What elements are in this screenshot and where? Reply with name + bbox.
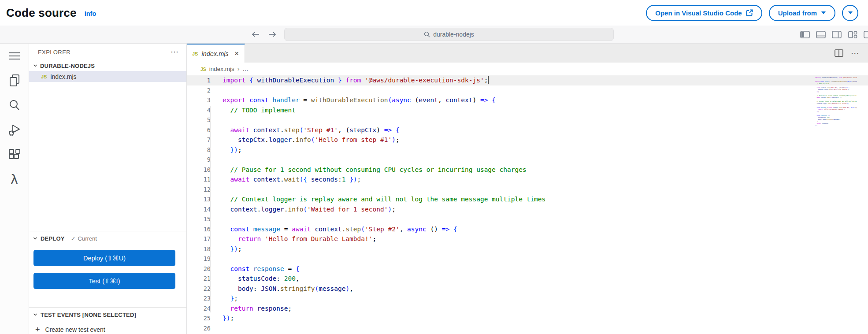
test-events-section: TEST EVENTS [NONE SELECTED] + Create new…: [29, 307, 186, 334]
line-number: 4: [187, 105, 211, 115]
code-line[interactable]: 23 };: [187, 293, 868, 304]
code-line[interactable]: 17 return 'Hello from Durable Lambda!';: [187, 234, 868, 244]
line-number: 24: [187, 304, 211, 314]
line-number: 14: [187, 204, 211, 215]
indent-guide: [224, 274, 224, 293]
line-number: 8: [187, 145, 211, 155]
explorer-title: EXPLORER: [38, 49, 70, 56]
code-line[interactable]: 20 const response = {: [187, 264, 868, 274]
deploy-title: DEPLOY: [41, 235, 65, 242]
tab-index-mjs[interactable]: JS index.mjs ✕: [187, 44, 245, 63]
code-line[interactable]: 6 await context.step('Step #1', (stepCtx…: [187, 125, 868, 135]
line-number: 19: [187, 254, 211, 264]
menu-icon[interactable]: [0, 44, 29, 68]
line-number: 15: [187, 214, 211, 224]
toggle-primary-sidebar-icon[interactable]: [800, 31, 810, 38]
go-forward-icon[interactable]: [268, 31, 277, 38]
js-file-icon: JS: [192, 51, 198, 56]
line-number: 7: [187, 135, 211, 145]
code-line[interactable]: 3export const handler = withDurableExecu…: [187, 95, 868, 105]
code-line[interactable]: 26: [187, 323, 868, 334]
tab-bar: JS index.mjs ✕ ⋯: [187, 44, 868, 63]
toggle-panel-icon[interactable]: [816, 31, 826, 38]
folder-row-durable-nodejs[interactable]: DURABLE-NODEJS: [29, 60, 186, 71]
extensions-icon[interactable]: [0, 142, 29, 167]
editor-more-actions-icon[interactable]: ⋯: [851, 49, 859, 57]
chevron-down-icon: [33, 236, 38, 241]
upload-from-label: Upload from: [778, 9, 817, 17]
explorer-icon[interactable]: [0, 68, 29, 93]
code-line[interactable]: 2: [187, 85, 868, 96]
indent-guide: [224, 234, 224, 244]
line-number: 26: [187, 323, 211, 334]
breadcrumb-file[interactable]: index.mjs: [209, 66, 234, 72]
screen-mode-icon[interactable]: [864, 31, 868, 38]
caret-down-icon: [848, 11, 853, 15]
test-button[interactable]: Test (⇧⌘I): [33, 273, 175, 289]
toggle-secondary-sidebar-icon[interactable]: [832, 31, 842, 38]
code-line[interactable]: 16 const message = await context.step('S…: [187, 224, 868, 234]
create-test-event-label: Create new test event: [45, 326, 105, 333]
line-number: 25: [187, 313, 211, 323]
code-line[interactable]: 24 return response;: [187, 304, 868, 314]
code-line[interactable]: 13 // Context logger is replay aware and…: [187, 194, 868, 204]
line-number: 3: [187, 95, 211, 105]
js-file-icon: JS: [200, 67, 206, 72]
breadcrumb-separator: ›: [237, 66, 239, 72]
explorer-more-icon[interactable]: ⋯: [171, 48, 178, 56]
code-line[interactable]: 14 context.logger.info('Waited for 1 sec…: [187, 204, 868, 215]
command-center-search[interactable]: durable-nodejs: [284, 28, 614, 41]
code-line[interactable]: 21 statusCode: 200,: [187, 274, 868, 284]
aws-lambda-icon[interactable]: λ: [0, 167, 29, 192]
run-debug-icon[interactable]: [0, 118, 29, 142]
deploy-status-text: Current: [78, 235, 97, 242]
test-events-title: TEST EVENTS [NONE SELECTED]: [41, 312, 136, 318]
line-number: 6: [187, 125, 211, 135]
code-line[interactable]: 4 // TODO implement: [187, 105, 868, 115]
more-actions-dropdown-button[interactable]: [842, 5, 858, 21]
split-editor-icon[interactable]: [835, 49, 843, 57]
code-line[interactable]: 8 });: [187, 145, 868, 155]
test-events-section-header[interactable]: TEST EVENTS [NONE SELECTED]: [29, 308, 186, 322]
code-line[interactable]: 19: [187, 254, 868, 264]
minimap[interactable]: import { withDurableExecution } from '@a…: [815, 77, 857, 132]
create-test-event-button[interactable]: + Create new test event: [29, 323, 186, 334]
code-line[interactable]: 12: [187, 185, 868, 195]
line-number: 21: [187, 274, 211, 284]
code-line[interactable]: 22 body: JSON.stringify(message),: [187, 284, 868, 294]
code-source-header: Code source Info Open in Visual Studio C…: [0, 0, 868, 26]
line-number: 10: [187, 165, 211, 175]
customize-layout-icon[interactable]: [848, 31, 857, 38]
line-number: 5: [187, 115, 211, 125]
code-line[interactable]: 7 stepCtx.logger.info('Hello from step #…: [187, 135, 868, 145]
code-line[interactable]: 1import { withDurableExecution } from '@…: [187, 75, 868, 85]
code-line[interactable]: 10 // Pause for 1 second without consumi…: [187, 165, 868, 175]
text-cursor: [488, 76, 489, 84]
code-line[interactable]: 5: [187, 115, 868, 125]
code-line[interactable]: 11 await context.wait({ seconds:1 });: [187, 174, 868, 185]
deploy-button[interactable]: Deploy (⇧⌘U): [33, 250, 175, 266]
breadcrumb-symbol[interactable]: …: [242, 66, 249, 72]
go-back-icon[interactable]: [251, 31, 260, 38]
chevron-down-icon: [33, 63, 38, 68]
close-tab-icon[interactable]: ✕: [234, 50, 239, 57]
js-file-icon: JS: [41, 74, 47, 79]
deploy-section-header[interactable]: DEPLOY ✓ Current: [29, 231, 186, 245]
open-in-vscode-button[interactable]: Open in Visual Studio Code: [646, 5, 762, 21]
search-icon[interactable]: [0, 93, 29, 118]
page-title: Code source: [6, 6, 77, 20]
line-number: 16: [187, 224, 211, 234]
line-number: 22: [187, 284, 211, 294]
info-link[interactable]: Info: [85, 10, 96, 17]
file-row-index-mjs[interactable]: JS index.mjs: [29, 71, 186, 82]
code-line[interactable]: 15: [187, 214, 868, 224]
code-line[interactable]: 25});: [187, 313, 868, 323]
upload-from-button[interactable]: Upload from: [769, 5, 835, 21]
code-editor[interactable]: 1import { withDurableExecution } from '@…: [187, 75, 868, 334]
line-number: 2: [187, 85, 211, 96]
folder-label: DURABLE-NODEJS: [40, 63, 95, 69]
code-line[interactable]: 18 });: [187, 244, 868, 254]
activity-bar: λ: [0, 44, 29, 334]
chevron-down-icon: [33, 312, 38, 317]
code-line[interactable]: 9: [187, 155, 868, 165]
